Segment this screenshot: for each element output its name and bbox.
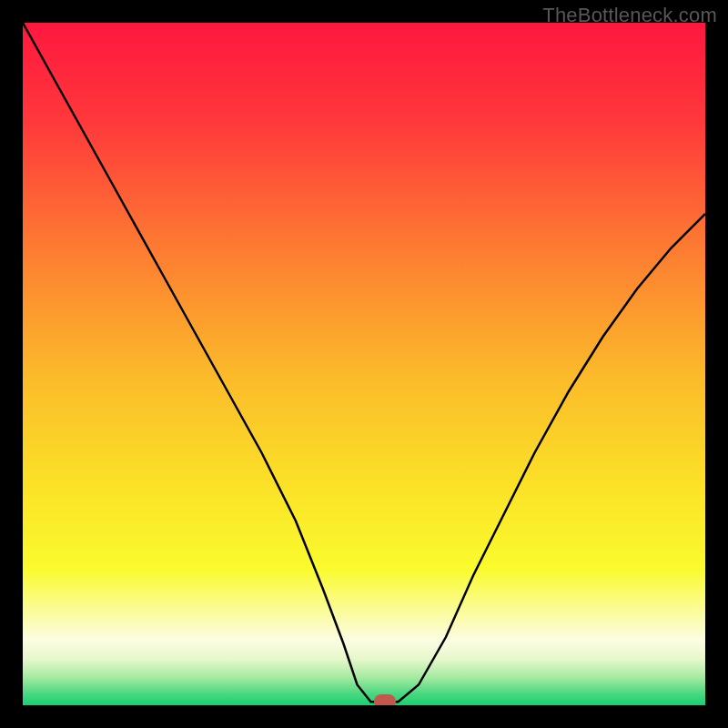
watermark-text: TheBottleneck.com [542,4,717,27]
plot-area [23,23,705,705]
bottleneck-curve [23,23,705,705]
minimum-marker [374,694,396,705]
chart-frame: TheBottleneck.com [0,0,728,728]
